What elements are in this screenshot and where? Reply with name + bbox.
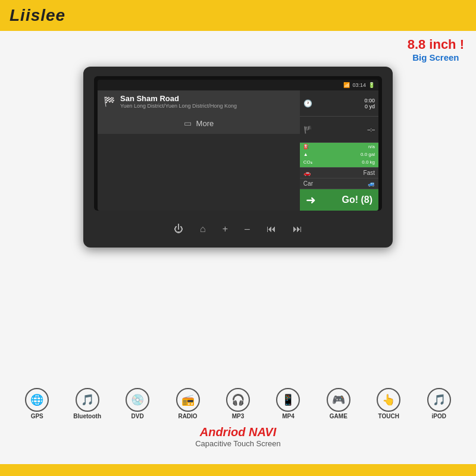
feature-bluetooth: 🎵 Bluetooth xyxy=(70,388,105,419)
distance-val: 0 yd xyxy=(364,104,375,109)
dvd-icon: 💿 xyxy=(126,388,149,412)
mp3-label: MP3 xyxy=(232,413,245,419)
feature-gps: 🌐 GPS xyxy=(19,388,55,419)
vehicle-label: Car xyxy=(303,180,313,187)
status-battery: 🔋 xyxy=(368,82,375,88)
nav-right: 🕐 0:00 0 yd 🏴 –:– xyxy=(300,90,378,211)
feature-mp3: 🎧 MP3 xyxy=(220,388,256,419)
more-label: More xyxy=(196,119,214,128)
time-vals: 0:00 0 yd xyxy=(364,98,375,109)
radio-icon: 📻 xyxy=(176,388,200,412)
go-btn-row[interactable]: ➜ Go! (8) xyxy=(300,189,378,211)
co2-line: CO₂ 0.0 kg xyxy=(303,159,375,165)
eta-icon: 🏴 xyxy=(303,126,312,134)
touch-label: TOUCH xyxy=(378,413,399,419)
speed-label: Fast xyxy=(364,170,375,176)
power-button[interactable]: ⏻ xyxy=(174,224,183,234)
feature-dvd: 💿 DVD xyxy=(120,388,155,419)
feature-radio: 📻 RADIO xyxy=(170,388,206,419)
touch-icon: 👆 xyxy=(377,388,400,412)
fuel-gal-line: ▲ 0.0 gal xyxy=(303,152,375,157)
fuel-icon2: ▲ xyxy=(303,152,308,157)
district-name: Yuen Long District/Yuen Long District/Ho… xyxy=(120,103,237,109)
radio-label: RADIO xyxy=(178,413,197,419)
feature-touch: 👆 TOUCH xyxy=(371,388,406,419)
game-icon: 🎮 xyxy=(327,388,350,412)
navi-subtitle: Capacitive Touch Screen xyxy=(0,439,476,448)
top-bar: Liislee xyxy=(0,0,476,31)
flag-icon: 🏁 xyxy=(104,96,115,107)
more-btn-area[interactable]: ▭ More xyxy=(98,112,300,134)
feature-ipod: 🎵 iPOD xyxy=(421,388,457,419)
feature-mp4: 📱 MP4 xyxy=(270,388,306,419)
navi-title: Andriod NAVI xyxy=(0,425,476,439)
co2-val: 0.0 kg xyxy=(362,159,375,165)
gps-label: GPS xyxy=(31,413,43,419)
screen-bezel: 📶 03:14 🔋 🏁 San Sham Road Yuen Long Dis xyxy=(94,76,382,211)
big-screen-text: Big Screen xyxy=(408,52,464,63)
size-text: 8.8 inch ! xyxy=(408,37,464,52)
road-name: San Sham Road xyxy=(120,94,237,103)
info-time-row: 🕐 0:00 0 yd xyxy=(300,90,378,117)
brand-logo: Liislee xyxy=(10,6,65,25)
game-label: GAME xyxy=(330,413,347,419)
fuel-line: ⛽ n/a xyxy=(303,144,375,149)
bottom-bar xyxy=(0,464,476,476)
dvd-label: DVD xyxy=(131,413,144,419)
mp3-icon: 🎧 xyxy=(226,388,250,412)
nav-left: 🏁 San Sham Road Yuen Long District/Yuen … xyxy=(98,90,300,211)
vol-up-button[interactable]: + xyxy=(223,224,228,234)
clock-icon: 🕐 xyxy=(303,99,312,108)
fast-car-row: 🚗 Fast xyxy=(300,168,378,178)
feature-game: 🎮 GAME xyxy=(321,388,356,419)
screen-size-label: 8.8 inch ! Big Screen xyxy=(408,37,464,63)
fuel-gal: 0.0 gal xyxy=(361,152,375,157)
status-bar: 📶 03:14 🔋 xyxy=(98,80,378,90)
prev-button[interactable]: ⏮ xyxy=(267,224,276,234)
route-text: San Sham Road Yuen Long District/Yuen Lo… xyxy=(120,94,237,109)
home-button[interactable]: ⌂ xyxy=(200,224,206,234)
ipod-label: iPOD xyxy=(431,413,446,419)
bluetooth-label: Bluetooth xyxy=(73,413,101,419)
status-time: 03:14 xyxy=(352,82,366,88)
physical-buttons: ⏻ ⌂ + – ⏮ ⏭ xyxy=(94,218,382,234)
fuel-label: ⛽ xyxy=(303,144,309,149)
main-content: 8.8 inch ! Big Screen 📶 03:14 🔋 � xyxy=(0,31,476,383)
co2-label: CO₂ xyxy=(303,159,312,165)
bottom-text: Andriod NAVI Capacitive Touch Screen xyxy=(0,422,476,449)
time-val: 0:00 xyxy=(364,98,375,104)
speed-icon: 🚗 xyxy=(303,170,311,176)
info-eta-row: 🏴 –:– xyxy=(300,117,378,143)
vol-down-button[interactable]: – xyxy=(245,224,250,234)
route-header: 🏁 San Sham Road Yuen Long District/Yuen … xyxy=(98,90,300,112)
more-icon: ▭ xyxy=(184,118,192,128)
info-co2-row: ⛽ n/a ▲ 0.0 gal CO₂ 0.0 kg xyxy=(300,143,378,168)
head-unit: 📶 03:14 🔋 🏁 San Sham Road Yuen Long Dis xyxy=(83,67,393,248)
mp4-label: MP4 xyxy=(282,413,295,419)
eta-val: –:– xyxy=(367,127,375,133)
nav-content: 🏁 San Sham Road Yuen Long District/Yuen … xyxy=(98,90,378,211)
gps-icon: 🌐 xyxy=(25,388,49,412)
fuel-val: n/a xyxy=(368,144,375,149)
vehicle-row: Car 🚙 xyxy=(300,178,378,189)
features-section: 🌐 GPS 🎵 Bluetooth 💿 DVD 📻 RADIO 🎧 MP3 📱 … xyxy=(0,383,476,422)
eta-vals: –:– xyxy=(367,127,375,133)
status-icons: 📶 xyxy=(343,82,350,88)
go-arrow-icon: ➜ xyxy=(306,193,316,207)
next-button[interactable]: ⏭ xyxy=(293,224,302,234)
go-label: Go! (8) xyxy=(342,195,372,205)
android-screen: 📶 03:14 🔋 🏁 San Sham Road Yuen Long Dis xyxy=(98,80,378,211)
ipod-icon: 🎵 xyxy=(427,388,451,412)
car-icon: 🚙 xyxy=(368,180,375,187)
bluetooth-icon: 🎵 xyxy=(76,388,99,412)
mp4-icon: 📱 xyxy=(276,388,300,412)
